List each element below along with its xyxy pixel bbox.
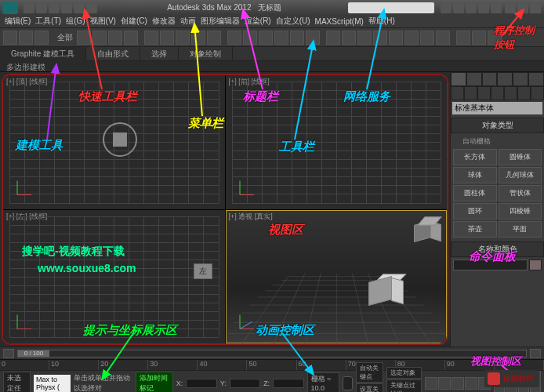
play-icon[interactable] — [452, 377, 464, 390]
tab-create-icon[interactable] — [451, 72, 466, 86]
menu-graph[interactable]: 图形编辑器 — [201, 16, 240, 27]
coord-y-input[interactable] — [230, 379, 260, 388]
maxscript-listener[interactable]: Max to Physx ( — [34, 375, 71, 392]
qa-open-icon[interactable] — [36, 2, 47, 13]
favorite-icon[interactable] — [478, 2, 489, 13]
menu-custom[interactable]: 自定义(U) — [276, 16, 310, 27]
menu-view[interactable]: 视图(V) — [90, 16, 116, 27]
select-name-icon[interactable] — [92, 31, 107, 45]
next-frame-icon[interactable] — [530, 349, 541, 358]
window-crossing-icon[interactable] — [124, 31, 138, 45]
key-target-dropdown[interactable]: 选定对象 — [386, 367, 422, 379]
mirror-icon[interactable] — [342, 31, 356, 45]
btn-box[interactable]: 长方体 — [453, 149, 497, 165]
viewport-front[interactable]: [+] [前] [线框] — [226, 75, 448, 209]
refcoord-icon[interactable] — [191, 31, 205, 45]
time-slider-track[interactable]: 0 / 100 — [17, 350, 527, 358]
prev-key-icon[interactable] — [438, 377, 451, 390]
help-search-input[interactable] — [348, 2, 434, 13]
tab-graphite[interactable]: Graphite 建模工具 — [0, 47, 86, 61]
time-slider-knob[interactable]: 0 / 100 — [18, 350, 49, 357]
btn-tube[interactable]: 管状体 — [499, 185, 542, 201]
cat-helpers-icon[interactable] — [504, 86, 517, 100]
btn-plane[interactable]: 平面 — [499, 221, 542, 238]
minimize-icon[interactable] — [505, 2, 516, 13]
btn-cone[interactable]: 圆锥体 — [499, 149, 542, 165]
cat-lights-icon[interactable] — [477, 86, 491, 100]
btn-teapot[interactable]: 茶壶 — [453, 221, 497, 238]
select-region-icon[interactable] — [108, 31, 122, 45]
keyboard-icon[interactable] — [243, 31, 257, 45]
btn-pyramid[interactable]: 四棱锥 — [499, 203, 542, 220]
time-slider[interactable]: 0 / 100 — [0, 347, 544, 359]
menu-tools[interactable]: 工具(T) — [35, 16, 61, 27]
snap-toggle-icon[interactable] — [259, 31, 273, 45]
selection-filter[interactable]: 全部 — [55, 32, 75, 43]
autogrid-checkbox[interactable]: 自动栅格 — [453, 136, 542, 149]
unlink-icon[interactable] — [19, 31, 33, 45]
layer-icon[interactable] — [373, 31, 387, 45]
menu-create[interactable]: 创建(C) — [121, 16, 147, 27]
menu-group[interactable]: 组(G) — [66, 16, 85, 27]
menu-modifier[interactable]: 修改器 — [152, 16, 176, 27]
menu-edit[interactable]: 编辑(E) — [5, 16, 31, 27]
bind-icon[interactable] — [34, 31, 49, 45]
rollout-object-type[interactable]: 对象类型 — [451, 118, 544, 133]
app-logo-icon[interactable] — [2, 2, 18, 14]
viewport-perspective[interactable]: [+] 透视 [真实] — [226, 210, 448, 344]
key-toggle-icon[interactable] — [343, 376, 353, 390]
viewport-left[interactable]: [+] [左] [线框] 左 搜学吧-视频教程下载 www.souxue8.co… — [3, 210, 225, 344]
tab-motion-icon[interactable] — [497, 72, 513, 86]
render-frame-icon[interactable] — [472, 31, 486, 45]
tab-selection[interactable]: 选择 — [140, 47, 179, 61]
set-key-button[interactable]: 设置关键点 — [356, 383, 383, 392]
cat-systems-icon[interactable] — [531, 86, 544, 100]
menu-help[interactable]: 帮助(H) — [368, 16, 395, 27]
material-icon[interactable] — [436, 31, 450, 45]
exchange-icon[interactable] — [466, 2, 477, 13]
time-ruler[interactable]: 0 10 20 30 40 50 60 70 80 90 100 — [0, 359, 544, 370]
btn-cylinder[interactable]: 圆柱体 — [453, 185, 497, 201]
render-setup-icon[interactable] — [456, 31, 470, 45]
rollout-name-color[interactable]: 名称和颜色 — [451, 241, 544, 257]
search-icon[interactable] — [441, 2, 452, 13]
prev-frame-icon[interactable] — [3, 349, 14, 358]
qa-new-icon[interactable] — [24, 2, 34, 13]
coord-z-input[interactable] — [273, 379, 303, 388]
primitive-dropdown[interactable]: 标准基本体 — [452, 102, 542, 114]
scale-icon[interactable] — [176, 31, 190, 45]
viewport-top[interactable]: [+] [顶] [线框] — [3, 75, 225, 209]
maximize-icon[interactable] — [517, 2, 528, 13]
curve-editor-icon[interactable] — [404, 31, 419, 45]
box-object[interactable] — [368, 273, 400, 304]
btn-torus[interactable]: 圆环 — [453, 203, 497, 220]
cat-geometry-icon[interactable] — [451, 86, 464, 100]
btn-geosphere[interactable]: 几何球体 — [499, 167, 542, 183]
qa-more-icon[interactable] — [86, 2, 97, 13]
tab-utilities-icon[interactable] — [528, 72, 544, 86]
named-sets-icon[interactable] — [326, 31, 340, 45]
coord-x-input[interactable] — [186, 379, 216, 388]
goto-start-icon[interactable] — [425, 377, 437, 390]
qa-save-icon[interactable] — [49, 2, 60, 13]
key-filters-button[interactable]: 关键点过滤器... — [386, 379, 422, 393]
pivot-icon[interactable] — [207, 31, 221, 45]
cat-space-icon[interactable] — [517, 86, 531, 100]
cat-shapes-icon[interactable] — [464, 86, 477, 100]
tab-freeform[interactable]: 自由形式 — [86, 47, 140, 61]
qa-undo-icon[interactable] — [61, 2, 72, 13]
tab-display-icon[interactable] — [513, 72, 528, 86]
next-key-icon[interactable] — [465, 377, 477, 390]
subscription-icon[interactable] — [453, 2, 464, 13]
menu-render[interactable]: 渲染(R) — [245, 16, 271, 27]
tab-objectpaint[interactable]: 对象绘制 — [179, 47, 233, 61]
graphite-icon[interactable] — [389, 31, 403, 45]
ribbon-panel-label[interactable]: 多边形建模 — [0, 61, 544, 72]
menu-animation[interactable]: 动画 — [180, 16, 196, 27]
schematic-icon[interactable] — [420, 31, 434, 45]
percent-snap-icon[interactable] — [290, 31, 304, 45]
btn-sphere[interactable]: 球体 — [453, 167, 497, 183]
auto-key-button[interactable]: 自动关键点 — [356, 362, 383, 383]
object-name-input[interactable] — [453, 260, 528, 270]
help-icon[interactable] — [491, 2, 502, 13]
